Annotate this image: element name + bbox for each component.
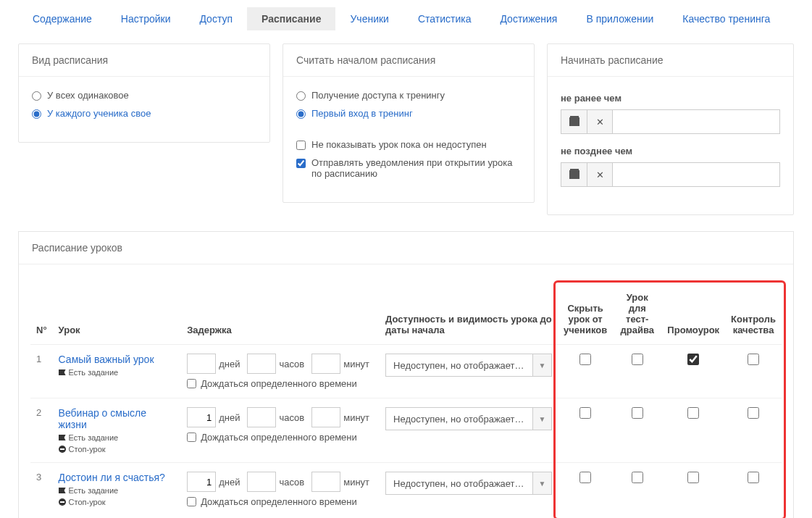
unit-hours: часов bbox=[279, 412, 304, 423]
row-number: 2 bbox=[30, 398, 53, 463]
delay-days-input[interactable] bbox=[187, 472, 216, 492]
table-row: 1 Самый важный урок Есть задание дней ча… bbox=[30, 345, 782, 398]
hide-checkbox[interactable] bbox=[579, 354, 591, 365]
tab-В приложении[interactable]: В приложении bbox=[572, 7, 668, 30]
delay-hours-input[interactable] bbox=[247, 407, 276, 427]
delay-days-input[interactable] bbox=[187, 407, 216, 427]
col-testdrive: Урок для тест-драйва bbox=[613, 285, 661, 345]
panel-schedule-type: Вид расписания У всех одинаковое У каждо… bbox=[18, 43, 270, 143]
row-number: 3 bbox=[30, 463, 53, 517]
date-not-earlier: ✕ bbox=[561, 109, 780, 134]
row-number: 1 bbox=[30, 345, 53, 398]
checkbox-send-notifications[interactable]: Отправлять уведомления при открытии урок… bbox=[296, 157, 521, 179]
promo-checkbox[interactable] bbox=[687, 354, 699, 365]
col-quality: Контроль качества bbox=[725, 285, 782, 345]
qc-cell bbox=[725, 398, 782, 463]
date-input-not-later[interactable] bbox=[613, 162, 780, 187]
clear-date-button[interactable]: ✕ bbox=[587, 109, 613, 134]
quality-checkbox[interactable] bbox=[748, 472, 759, 483]
hide-checkbox[interactable] bbox=[579, 472, 591, 483]
testdrive-checkbox[interactable] bbox=[632, 407, 643, 419]
tab-Достижения[interactable]: Достижения bbox=[485, 7, 572, 30]
quality-checkbox[interactable] bbox=[748, 354, 759, 365]
stop-icon bbox=[59, 446, 66, 453]
wait-checkbox[interactable] bbox=[187, 379, 196, 388]
lessons-table: N° Урок Задержка Доступность и видимость… bbox=[30, 285, 782, 516]
delay-days-input[interactable] bbox=[187, 354, 216, 374]
promo-cell bbox=[661, 463, 725, 517]
select-value: Недоступен, но отображает… bbox=[385, 354, 533, 377]
unit-days: дней bbox=[219, 477, 240, 488]
tab-Настройки[interactable]: Настройки bbox=[106, 7, 185, 30]
col-delay: Задержка bbox=[181, 285, 380, 345]
availability-select[interactable]: Недоступен, но отображает… ▼ bbox=[385, 472, 552, 495]
lesson-link[interactable]: Самый важный урок bbox=[59, 354, 154, 365]
promo-checkbox[interactable] bbox=[687, 407, 699, 419]
checkbox-input[interactable] bbox=[296, 141, 306, 150]
date-not-later: ✕ bbox=[561, 162, 780, 187]
clear-date-button[interactable]: ✕ bbox=[587, 162, 613, 187]
wait-checkbox[interactable] bbox=[187, 433, 196, 442]
hide-checkbox[interactable] bbox=[579, 407, 591, 419]
hide-cell bbox=[558, 345, 613, 398]
delay-hours-input[interactable] bbox=[247, 472, 276, 492]
lesson-stop: Стоп-урок bbox=[59, 445, 176, 454]
radio-first-entry[interactable]: Первый вход в тренинг bbox=[296, 108, 521, 119]
unit-hours: часов bbox=[279, 477, 304, 488]
label-not-later: не позднее чем bbox=[561, 146, 780, 156]
tab-Расписание[interactable]: Расписание bbox=[247, 7, 335, 30]
testdrive-checkbox[interactable] bbox=[632, 472, 643, 483]
delay-minutes-input[interactable] bbox=[311, 354, 340, 374]
radio-same-for-all[interactable]: У всех одинаковое bbox=[32, 90, 256, 101]
wait-checkbox[interactable] bbox=[187, 497, 196, 506]
radio-individual[interactable]: У каждого ученика свое bbox=[32, 108, 256, 119]
wait-checkbox-row[interactable]: Дождаться определенного времени bbox=[187, 496, 374, 507]
col-lesson: Урок bbox=[53, 285, 182, 345]
calendar-icon[interactable] bbox=[561, 109, 587, 134]
unit-days: дней bbox=[219, 412, 240, 423]
radio-input[interactable] bbox=[296, 91, 306, 101]
radio-input[interactable] bbox=[296, 109, 306, 119]
quality-checkbox[interactable] bbox=[748, 407, 759, 419]
radio-input[interactable] bbox=[32, 109, 41, 119]
panel-title: Считать началом расписания bbox=[283, 44, 534, 77]
checkbox-input[interactable] bbox=[296, 159, 306, 168]
availability-select[interactable]: Недоступен, но отображает… ▼ bbox=[385, 407, 552, 430]
tab-Статистика[interactable]: Статистика bbox=[403, 7, 486, 30]
delay-minutes-input[interactable] bbox=[311, 407, 340, 427]
date-input-not-earlier[interactable] bbox=[613, 109, 780, 134]
radio-access-granted[interactable]: Получение доступа к тренингу bbox=[296, 90, 521, 101]
select-value: Недоступен, но отображает… bbox=[385, 407, 533, 430]
testdrive-checkbox[interactable] bbox=[632, 354, 643, 365]
lesson-has-task: Есть задание bbox=[59, 486, 176, 495]
lesson-link[interactable]: Вебинар о смысле жизни bbox=[59, 407, 146, 430]
promo-cell bbox=[661, 345, 725, 398]
tab-Качество тренинга[interactable]: Качество тренинга bbox=[668, 7, 784, 30]
tab-Содержание[interactable]: Содержание bbox=[18, 7, 106, 30]
unit-minutes: минут bbox=[343, 412, 369, 423]
unit-minutes: минут bbox=[343, 477, 369, 488]
promo-checkbox[interactable] bbox=[687, 472, 699, 483]
availability-select[interactable]: Недоступен, но отображает… ▼ bbox=[385, 354, 552, 377]
calendar-icon[interactable] bbox=[561, 162, 587, 187]
delay-minutes-input[interactable] bbox=[311, 472, 340, 492]
wait-checkbox-row[interactable]: Дождаться определенного времени bbox=[187, 432, 374, 443]
col-availability: Доступность и видимость урока до даты на… bbox=[380, 285, 558, 345]
test-cell bbox=[613, 398, 661, 463]
checkbox-label: Отправлять уведомления при открытии урок… bbox=[311, 157, 521, 179]
wait-label: Дождаться определенного времени bbox=[201, 378, 357, 389]
lesson-link[interactable]: Достоин ли я счастья? bbox=[59, 472, 165, 483]
test-cell bbox=[613, 463, 661, 517]
lesson-cell: Самый важный урок Есть задание bbox=[53, 345, 182, 398]
chevron-down-icon: ▼ bbox=[533, 354, 552, 377]
radio-input[interactable] bbox=[32, 91, 41, 101]
wait-checkbox-row[interactable]: Дождаться определенного времени bbox=[187, 378, 374, 389]
table-row: 2 Вебинар о смысле жизни Есть заданиеСто… bbox=[30, 398, 782, 463]
checkbox-hide-until-available[interactable]: Не показывать урок пока он недоступен bbox=[296, 139, 521, 150]
lesson-cell: Вебинар о смысле жизни Есть заданиеСтоп-… bbox=[53, 398, 182, 463]
delay-hours-input[interactable] bbox=[247, 354, 276, 374]
delay-cell: дней часов минут Дождаться определенного… bbox=[181, 398, 380, 463]
availability-cell: Недоступен, но отображает… ▼ bbox=[380, 345, 558, 398]
tab-Ученики[interactable]: Ученики bbox=[335, 7, 403, 30]
tab-Доступ[interactable]: Доступ bbox=[185, 7, 247, 30]
